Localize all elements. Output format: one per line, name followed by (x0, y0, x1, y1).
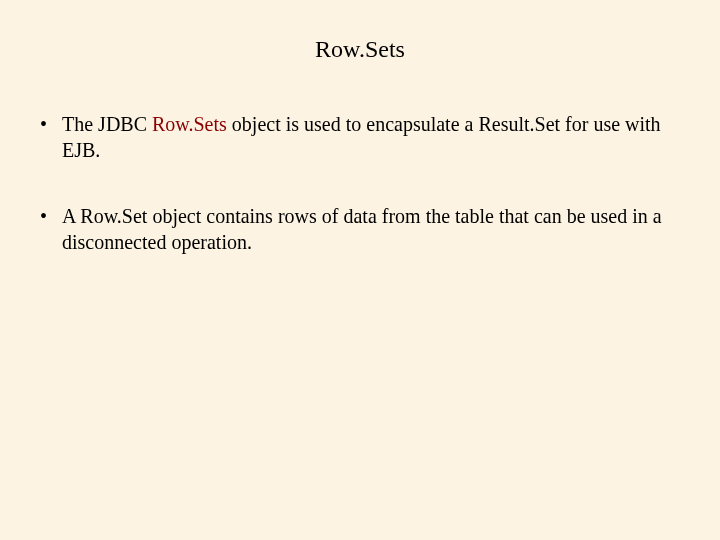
text-highlight: Row.Sets (152, 113, 227, 135)
bullet-text: The JDBC Row.Sets object is used to enca… (62, 111, 692, 163)
list-item: • The JDBC Row.Sets object is used to en… (38, 111, 692, 163)
text-pre: A Row.Set object contains rows of data f… (62, 205, 662, 253)
bullet-list: • The JDBC Row.Sets object is used to en… (28, 111, 692, 255)
slide-title: Row.Sets (28, 36, 692, 63)
bullet-icon: • (38, 203, 62, 229)
bullet-text: A Row.Set object contains rows of data f… (62, 203, 692, 255)
list-item: • A Row.Set object contains rows of data… (38, 203, 692, 255)
text-pre: The JDBC (62, 113, 152, 135)
bullet-icon: • (38, 111, 62, 137)
